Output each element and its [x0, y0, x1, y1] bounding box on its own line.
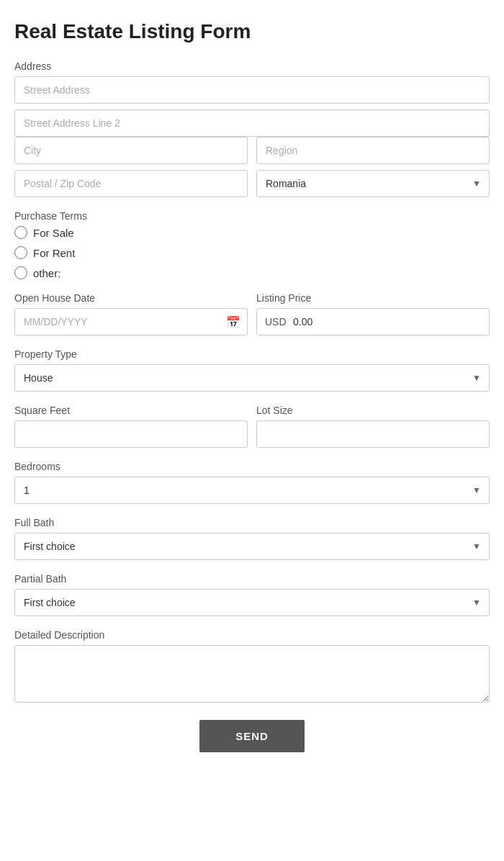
property-type-select-wrapper: House Apartment Condo Townhouse Land Com…	[14, 364, 490, 392]
street-address-2-input[interactable]	[14, 109, 490, 137]
for-sale-label: For Sale	[33, 227, 74, 239]
bedrooms-section: Bedrooms 1 2 3 4 5 6+ ▼	[14, 461, 490, 504]
for-rent-label: For Rent	[33, 247, 75, 259]
for-sale-radio[interactable]	[14, 226, 27, 239]
purchase-terms-section: Purchase Terms For Sale For Rent other:	[14, 210, 490, 279]
sqft-lot-row: Square Feet Lot Size	[14, 405, 490, 448]
date-price-row: Open House Date 📅 Listing Price USD	[14, 292, 490, 335]
listing-price-section: Listing Price USD	[256, 292, 490, 335]
partial-bath-select-wrapper: First choice 1 2 3 4+ ▼	[14, 589, 490, 616]
detailed-description-textarea[interactable]	[14, 645, 490, 703]
other-radio[interactable]	[14, 266, 27, 279]
bedrooms-select[interactable]: 1 2 3 4 5 6+	[14, 477, 490, 504]
address-section: Address Romania United States United Kin…	[14, 60, 490, 197]
full-bath-label: Full Bath	[14, 517, 490, 528]
full-bath-section: Full Bath First choice 1 2 3 4+ ▼	[14, 517, 490, 560]
detailed-description-label: Detailed Description	[14, 629, 490, 641]
purchase-terms-label: Purchase Terms	[14, 210, 490, 222]
listing-price-label: Listing Price	[256, 292, 490, 304]
other-label: other:	[33, 267, 60, 279]
property-type-select[interactable]: House Apartment Condo Townhouse Land Com…	[14, 364, 490, 392]
country-select[interactable]: Romania United States United Kingdom Ger…	[256, 170, 490, 197]
postal-code-input[interactable]	[14, 170, 248, 197]
property-type-label: Property Type	[14, 348, 490, 360]
bedrooms-select-wrapper: 1 2 3 4 5 6+ ▼	[14, 477, 490, 504]
partial-bath-label: Partial Bath	[14, 573, 490, 585]
lot-size-input[interactable]	[256, 420, 490, 448]
square-feet-input[interactable]	[14, 420, 248, 448]
lot-size-label: Lot Size	[256, 405, 490, 416]
full-bath-select[interactable]: First choice 1 2 3 4+	[14, 533, 490, 560]
send-button[interactable]: SEND	[199, 720, 305, 752]
open-house-date-section: Open House Date 📅	[14, 292, 248, 335]
for-sale-option[interactable]: For Sale	[14, 226, 490, 239]
partial-bath-select[interactable]: First choice 1 2 3 4+	[14, 589, 490, 616]
other-option[interactable]: other:	[14, 266, 490, 279]
listing-price-input[interactable]	[256, 308, 490, 335]
detailed-description-section: Detailed Description	[14, 629, 490, 706]
street-address-1-input[interactable]	[14, 76, 490, 104]
lot-size-section: Lot Size	[256, 405, 490, 448]
square-feet-label: Square Feet	[14, 405, 248, 416]
full-bath-select-wrapper: First choice 1 2 3 4+ ▼	[14, 533, 490, 560]
page-title: Real Estate Listing Form	[14, 20, 490, 43]
price-input-wrapper: USD	[256, 308, 490, 335]
property-type-section: Property Type House Apartment Condo Town…	[14, 348, 490, 392]
partial-bath-section: Partial Bath First choice 1 2 3 4+ ▼	[14, 573, 490, 616]
open-house-date-input[interactable]	[14, 308, 248, 335]
for-rent-option[interactable]: For Rent	[14, 246, 490, 259]
for-rent-radio[interactable]	[14, 246, 27, 259]
country-select-wrapper: Romania United States United Kingdom Ger…	[256, 170, 490, 197]
address-label: Address	[14, 60, 490, 72]
send-button-wrapper: SEND	[14, 720, 490, 752]
bedrooms-label: Bedrooms	[14, 461, 490, 472]
region-input[interactable]	[256, 137, 490, 164]
date-input-wrapper: 📅	[14, 308, 248, 335]
open-house-date-label: Open House Date	[14, 292, 248, 304]
city-input[interactable]	[14, 137, 248, 164]
square-feet-section: Square Feet	[14, 405, 248, 448]
